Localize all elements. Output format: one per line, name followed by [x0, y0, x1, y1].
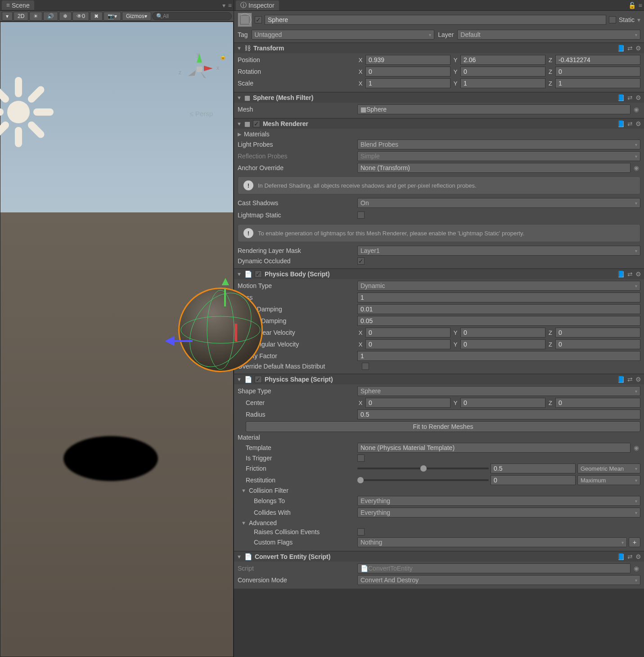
- object-picker-icon[interactable]: ◉: [632, 164, 640, 172]
- scale-z[interactable]: [555, 78, 640, 88]
- shape-type-dropdown[interactable]: Sphere: [357, 386, 640, 396]
- mesh-renderer-header[interactable]: ▼ ▦ Mesh Renderer 📘⇄⚙: [234, 119, 644, 129]
- static-dropdown-icon[interactable]: ▾: [637, 16, 640, 23]
- lightmap-static-checkbox[interactable]: [357, 212, 365, 219]
- scale-x[interactable]: [365, 78, 450, 88]
- fx-toggle-icon[interactable]: ❄: [59, 12, 72, 21]
- gear-icon[interactable]: ⚙: [635, 553, 641, 560]
- projection-label[interactable]: ≤ Persp: [189, 110, 213, 117]
- position-y[interactable]: [460, 55, 545, 65]
- add-flag-button[interactable]: +: [629, 537, 640, 547]
- scene-viewport[interactable]: y x z 🔒 ≤ Persp ▲ ◀: [0, 22, 234, 657]
- position-x[interactable]: [365, 55, 450, 65]
- iav-z[interactable]: [555, 339, 640, 349]
- foldout-icon[interactable]: ▶: [238, 131, 241, 137]
- help-icon[interactable]: 📘: [617, 94, 625, 101]
- help-icon[interactable]: 📘: [617, 376, 625, 383]
- center-y[interactable]: [460, 398, 545, 408]
- rendering-layer-dropdown[interactable]: Layer1: [357, 246, 640, 256]
- physics-body-header[interactable]: ▼ 📄 Physics Body (Script) 📘⇄⚙: [234, 269, 644, 279]
- center-z[interactable]: [555, 398, 640, 408]
- hidden-objects-icon[interactable]: 👁0: [72, 12, 89, 21]
- gizmos-dropdown[interactable]: Gizmos ▾: [122, 12, 151, 21]
- dynamic-occluded-checkbox[interactable]: [357, 257, 365, 265]
- physics-shape-header[interactable]: ▼ 📄 Physics Shape (Script) 📘⇄⚙: [234, 374, 644, 384]
- friction-value[interactable]: [491, 464, 576, 473]
- object-picker-icon[interactable]: ◉: [632, 444, 640, 452]
- orientation-gizmo[interactable]: y x z: [181, 51, 217, 87]
- mesh-field[interactable]: ▦ Sphere: [357, 104, 630, 114]
- scale-y[interactable]: [460, 78, 545, 88]
- linear-damping-field[interactable]: [357, 304, 640, 314]
- move-y-arrow[interactable]: ▲: [219, 274, 232, 306]
- help-icon[interactable]: 📘: [617, 120, 625, 127]
- radius-field[interactable]: [357, 410, 640, 419]
- help-icon[interactable]: 📘: [617, 553, 625, 560]
- center-x[interactable]: [365, 398, 450, 408]
- cast-shadows-dropdown[interactable]: On: [357, 198, 640, 208]
- ilv-z[interactable]: [555, 328, 640, 338]
- iav-y[interactable]: [460, 339, 545, 349]
- light-probes-dropdown[interactable]: Blend Probes: [357, 140, 640, 149]
- foldout-icon[interactable]: ▼: [238, 520, 246, 526]
- inspector-tab[interactable]: ⓘ Inspector: [236, 0, 279, 10]
- friction-mode-dropdown[interactable]: Geometric Mean: [577, 464, 640, 473]
- restitution-slider[interactable]: [357, 479, 489, 481]
- lock-icon[interactable]: 🔒: [220, 54, 226, 60]
- scene-tab[interactable]: ⌗ Scene: [2, 0, 34, 10]
- fit-render-meshes-button[interactable]: Fit to Render Meshes: [246, 421, 640, 432]
- foldout-icon[interactable]: ▼: [238, 488, 246, 493]
- gear-icon[interactable]: ⚙: [635, 94, 641, 101]
- gear-icon[interactable]: ⚙: [635, 45, 641, 52]
- object-picker-icon[interactable]: ◉: [632, 105, 640, 113]
- shaded-mode-button[interactable]: ▾: [2, 12, 13, 21]
- preset-icon[interactable]: ⇄: [627, 120, 633, 127]
- camera-icon[interactable]: 📷▾: [104, 12, 121, 21]
- object-name-input[interactable]: [265, 15, 606, 25]
- mesh-filter-header[interactable]: ▼ ▦ Sphere (Mesh Filter) 📘⇄⚙: [234, 93, 644, 103]
- ilv-x[interactable]: [365, 328, 450, 338]
- preset-icon[interactable]: ⇄: [627, 270, 633, 278]
- rotation-x[interactable]: [365, 67, 450, 76]
- dropdown-icon[interactable]: ▾: [222, 2, 225, 9]
- move-z-arrow[interactable]: ◀: [165, 333, 193, 347]
- belongs-to-dropdown[interactable]: Everything: [357, 496, 640, 506]
- rotation-z[interactable]: [555, 67, 640, 76]
- ilv-y[interactable]: [460, 328, 545, 338]
- renderer-enabled-checkbox[interactable]: [253, 120, 260, 127]
- preset-icon[interactable]: ⇄: [627, 94, 633, 101]
- custom-flags-dropdown[interactable]: Nothing: [357, 537, 627, 547]
- mass-field[interactable]: [357, 292, 640, 302]
- move-x-arrow[interactable]: [234, 324, 237, 342]
- lock-icon[interactable]: 🔓: [628, 2, 636, 9]
- help-icon[interactable]: 📘: [617, 270, 625, 278]
- restitution-mode-dropdown[interactable]: Maximum: [577, 475, 640, 485]
- anchor-override-field[interactable]: None (Transform): [357, 163, 630, 173]
- gear-icon[interactable]: ⚙: [635, 270, 641, 278]
- preset-icon[interactable]: ⇄: [627, 553, 633, 560]
- iav-x[interactable]: [365, 339, 450, 349]
- panel-menu-icon[interactable]: ≡: [639, 2, 642, 9]
- layer-dropdown[interactable]: Default: [457, 30, 640, 40]
- lighting-toggle-icon[interactable]: ☀: [29, 12, 42, 21]
- template-field[interactable]: None (Physics Material Template): [357, 443, 630, 453]
- restitution-value[interactable]: [491, 475, 576, 485]
- gear-icon[interactable]: ⚙: [635, 120, 641, 127]
- rotation-y[interactable]: [460, 67, 545, 76]
- position-z[interactable]: [555, 55, 640, 65]
- friction-slider[interactable]: [357, 468, 489, 469]
- preset-icon[interactable]: ⇄: [627, 45, 633, 52]
- collides-with-dropdown[interactable]: Everything: [357, 508, 640, 518]
- help-icon[interactable]: 📘: [617, 45, 625, 52]
- physics-shape-enabled-checkbox[interactable]: [255, 376, 262, 383]
- convert-entity-header[interactable]: ▼ 📄 Convert To Entity (Script) 📘⇄⚙: [234, 552, 644, 562]
- transform-header[interactable]: ▼ ⛓ Transform 📘 ⇄ ⚙: [234, 43, 644, 53]
- is-trigger-checkbox[interactable]: [357, 454, 365, 462]
- physics-body-enabled-checkbox[interactable]: [255, 270, 262, 278]
- motion-type-dropdown[interactable]: Dynamic: [357, 281, 640, 291]
- preset-icon[interactable]: ⇄: [627, 376, 633, 383]
- audio-toggle-icon[interactable]: 🔊: [43, 12, 58, 21]
- toolbar-2d-button[interactable]: 2D: [14, 12, 28, 21]
- override-mass-checkbox[interactable]: [362, 363, 369, 370]
- angular-damping-field[interactable]: [357, 316, 640, 326]
